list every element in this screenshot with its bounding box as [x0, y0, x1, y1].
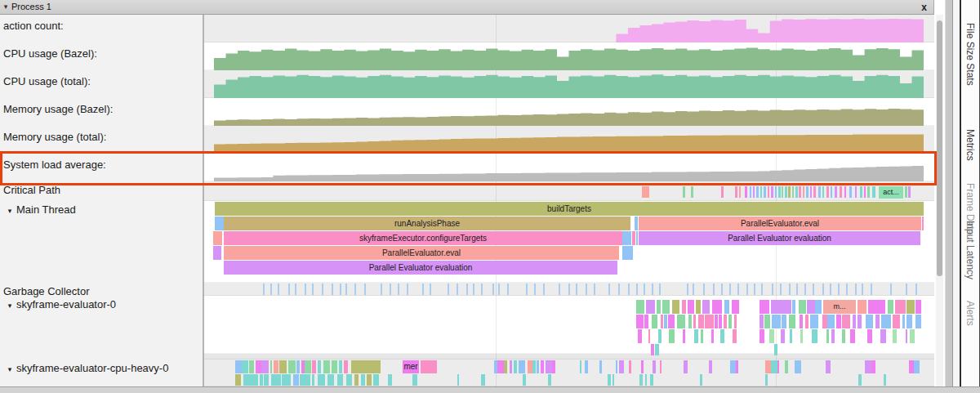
- trace-segment[interactable]: [312, 360, 316, 373]
- trace-segment[interactable]: [756, 186, 759, 198]
- thread-span-sliver[interactable]: [213, 231, 222, 245]
- trace-segment[interactable]: [616, 360, 617, 373]
- trace-segment[interactable]: [728, 315, 731, 328]
- counter-track-action_count[interactable]: [204, 15, 934, 42]
- trace-segment[interactable]: [736, 360, 738, 373]
- gc-tick[interactable]: [838, 284, 840, 295]
- trace-segment[interactable]: [858, 300, 866, 314]
- thread-span-sliver[interactable]: [635, 217, 638, 230]
- gc-tick[interactable]: [652, 284, 653, 295]
- trace-segment[interactable]: [842, 315, 850, 328]
- trace-segment[interactable]: [893, 329, 898, 343]
- trace-segment[interactable]: [494, 360, 497, 373]
- trace-segment[interactable]: [850, 329, 855, 343]
- trace-segment[interactable]: [415, 374, 417, 386]
- trace-segment[interactable]: [884, 374, 885, 386]
- gc-tick[interactable]: [543, 284, 545, 295]
- trace-segment[interactable]: [327, 374, 334, 386]
- trace-segment[interactable]: [293, 374, 299, 386]
- trace-segment[interactable]: [872, 186, 875, 198]
- gc-tick[interactable]: [659, 284, 661, 295]
- trace-segment[interactable]: [826, 360, 831, 373]
- trace-segment[interactable]: [792, 186, 794, 198]
- trace-segment[interactable]: [585, 360, 588, 373]
- gc-tick[interactable]: [492, 284, 494, 295]
- trace-segment[interactable]: [720, 329, 724, 343]
- trace-segment[interactable]: [893, 315, 900, 328]
- trace-segment[interactable]: [672, 300, 679, 314]
- trace-segment[interactable]: [682, 300, 687, 314]
- trace-segment[interactable]: [646, 300, 654, 314]
- trace-segment[interactable]: [908, 186, 911, 198]
- trace-segment[interactable]: [684, 360, 688, 373]
- trace-segment[interactable]: [252, 374, 258, 386]
- trace-segment[interactable]: [514, 360, 517, 373]
- trace-segment[interactable]: [318, 360, 321, 373]
- trace-segment[interactable]: [282, 374, 291, 386]
- track-background-critical[interactable]: [204, 181, 934, 201]
- gc-tick[interactable]: [457, 284, 458, 295]
- trace-segment[interactable]: [831, 186, 832, 198]
- trace-segment[interactable]: [800, 329, 803, 343]
- trace-segment[interactable]: [906, 329, 907, 343]
- gc-tick[interactable]: [890, 284, 892, 295]
- trace-segment[interactable]: [642, 186, 649, 198]
- thread-span-sliver[interactable]: [622, 231, 631, 245]
- gc-tick[interactable]: [644, 284, 645, 295]
- trace-segment[interactable]: [902, 315, 905, 328]
- trace-segment[interactable]: [865, 360, 871, 373]
- gc-tick[interactable]: [332, 284, 333, 295]
- gc-tick[interactable]: [507, 284, 509, 295]
- gc-tick[interactable]: [796, 284, 798, 295]
- trace-segment[interactable]: [760, 300, 769, 314]
- sidebar-tab-input-latency[interactable]: Input Latency: [964, 221, 976, 279]
- trace-segment[interactable]: [739, 186, 741, 198]
- trace-segment[interactable]: [580, 360, 581, 373]
- trace-segment[interactable]: [662, 300, 670, 314]
- trace-segment[interactable]: [510, 360, 512, 373]
- trace-segment[interactable]: [274, 360, 278, 373]
- trace-segment[interactable]: [867, 329, 872, 343]
- gc-tick[interactable]: [754, 284, 755, 295]
- trace-segment[interactable]: [599, 360, 602, 373]
- trace-segment[interactable]: [868, 300, 875, 314]
- gc-tick[interactable]: [746, 284, 748, 295]
- gc-tick[interactable]: [263, 284, 265, 295]
- trace-segment[interactable]: [849, 186, 852, 198]
- gc-tick[interactable]: [855, 284, 857, 295]
- trace-segment[interactable]: [812, 329, 817, 343]
- thread-span-sliver[interactable]: [636, 231, 638, 245]
- gc-tick[interactable]: [780, 284, 782, 295]
- gc-tick[interactable]: [526, 284, 528, 295]
- trace-segment[interactable]: [652, 315, 657, 328]
- gc-tick[interactable]: [430, 284, 431, 295]
- trace-segment[interactable]: [705, 315, 713, 328]
- trace-segment[interactable]: [803, 186, 804, 198]
- trace-segment[interactable]: [780, 300, 791, 314]
- gc-tick[interactable]: [422, 284, 424, 295]
- trace-segment[interactable]: [668, 315, 675, 328]
- gc-tick[interactable]: [713, 284, 715, 295]
- trace-segment[interactable]: [694, 329, 698, 343]
- trace-segment[interactable]: [789, 315, 795, 328]
- trace-segment[interactable]: [645, 374, 647, 386]
- trace-segment[interactable]: [644, 315, 648, 328]
- trace-segment[interactable]: [629, 360, 631, 373]
- close-icon[interactable]: x: [921, 1, 927, 15]
- trace-segment[interactable]: [344, 360, 347, 373]
- trace-segment[interactable]: [688, 300, 694, 314]
- gc-tick[interactable]: [288, 284, 290, 295]
- gc-tick[interactable]: [618, 284, 620, 295]
- trace-segment[interactable]: [810, 315, 818, 328]
- trace-segment[interactable]: [724, 315, 727, 328]
- critical-path-act-slice[interactable]: act...: [879, 186, 903, 199]
- gc-tick[interactable]: [729, 284, 731, 295]
- trace-segment[interactable]: [753, 186, 755, 198]
- trace-segment[interactable]: [296, 360, 300, 373]
- gc-tick[interactable]: [608, 284, 610, 295]
- trace-segment[interactable]: [764, 186, 766, 198]
- gc-tick[interactable]: [381, 284, 382, 295]
- trace-segment[interactable]: [235, 374, 241, 386]
- trace-segment[interactable]: [799, 300, 806, 314]
- trace-segment[interactable]: [636, 315, 644, 328]
